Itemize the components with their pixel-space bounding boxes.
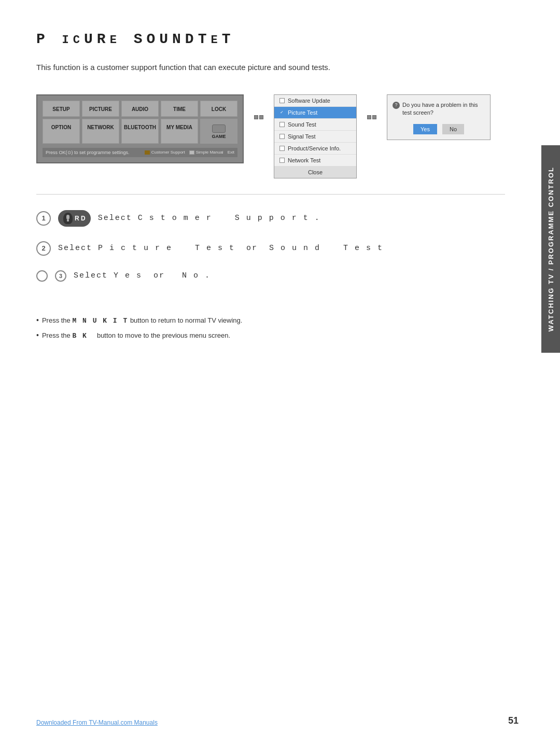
menu-cell-mymedia[interactable]: MY MEDIA [161, 119, 198, 144]
menu-cell-game[interactable]: GAME [200, 119, 237, 144]
menu-grid: SETUP PICTURE AUDIO TIME LOCK OPTION NET… [43, 101, 237, 144]
checkbox-sound-test [279, 122, 285, 127]
description: This function is a customer support func… [36, 62, 505, 74]
page-title: P ICURE SOUNDTET [36, 31, 505, 47]
step-2-number: 2 [36, 241, 51, 256]
menu-cell-option[interactable]: OPTION [43, 119, 80, 144]
checkbox-picture-test [279, 110, 285, 115]
step-2-row: 2 Select P i c t u r e T e s t or S o u … [36, 241, 505, 256]
divider [36, 194, 505, 195]
step-1-row: 1 R D Select C s t o m e r S u p p o r t… [36, 210, 505, 227]
step-3-row: 3 Select Y e s or N o . [36, 270, 505, 282]
dialog-yes-button[interactable]: Yes [413, 124, 437, 134]
steps-section: 1 R D Select C s t o m e r S u p p o r t… [36, 210, 505, 282]
menu-cell-audio[interactable]: AUDIO [121, 101, 159, 117]
side-tab-label: WATCHING TV / PROGRAMME CONTROL [547, 167, 555, 331]
dropdown-picture-test[interactable]: Picture Test [274, 107, 356, 119]
svg-rect-1 [67, 219, 69, 222]
step-3-number-a [36, 270, 48, 282]
dialog-panel: ? Do you have a problem in this test scr… [387, 94, 491, 141]
step-3-text: Select Y e s or N o . [74, 271, 211, 280]
dropdown-signal-test[interactable]: Signal Test [274, 131, 356, 143]
signal-icons-2 [367, 115, 376, 119]
remote-label: R D [75, 215, 86, 222]
note-2: • Press the B K button to move to the pr… [36, 328, 505, 343]
dropdown-panel: Software Update Picture Test Sound Test … [274, 94, 357, 178]
step-1-text: Select C s t o m e r S u p p o r t . [98, 214, 320, 223]
menu-bottom-bar: Press OK(⊙) to set programme settings. C… [43, 148, 237, 157]
footer-link[interactable]: Downloaded From TV-Manual.com Manuals [36, 719, 158, 726]
remote-button-step1: R D [58, 210, 91, 227]
step-3-number-b: 3 [55, 270, 66, 282]
step-2-text: Select P i c t u r e T e s t or S o u n … [58, 244, 383, 253]
tv-illustration: SETUP PICTURE AUDIO TIME LOCK OPTION NET… [36, 94, 505, 178]
checkbox-product-service [279, 146, 285, 151]
main-content: P ICURE SOUNDTET This function is a cust… [0, 0, 541, 374]
menu-cell-bluetooth[interactable]: BLUETOOTH [121, 119, 159, 144]
page-number: 51 [508, 715, 519, 726]
svg-rect-0 [66, 215, 69, 219]
dropdown-network-test[interactable]: Network Test [274, 155, 356, 167]
menu-cell-network[interactable]: NETWORK [82, 119, 119, 144]
signal-icons-1 [254, 115, 263, 119]
dialog-no-button[interactable]: No [442, 124, 464, 134]
question-icon: ? [393, 102, 400, 109]
checkbox-software-update [279, 98, 285, 103]
bottom-notes: • Press the M N U K I T button to return… [36, 313, 505, 343]
side-tab: WATCHING TV / PROGRAMME CONTROL [541, 145, 560, 353]
note-1: • Press the M N U K I T button to return… [36, 313, 505, 328]
menu-cell-time[interactable]: TIME [161, 101, 198, 117]
menu-cell-lock[interactable]: LOCK [200, 101, 237, 117]
checkbox-network-test [279, 158, 285, 163]
remote-icon [63, 213, 73, 224]
dropdown-sound-test[interactable]: Sound Test [274, 119, 356, 131]
dialog-title: ? Do you have a problem in this test scr… [393, 101, 485, 117]
dialog-buttons: Yes No [393, 124, 485, 134]
menu-cell-picture[interactable]: PICTURE [82, 101, 119, 117]
step-1-number: 1 [36, 211, 51, 226]
dropdown-software-update[interactable]: Software Update [274, 95, 356, 107]
dropdown-product-service[interactable]: Product/Service Info. [274, 143, 356, 155]
checkbox-signal-test [279, 134, 285, 139]
menu-panel: SETUP PICTURE AUDIO TIME LOCK OPTION NET… [36, 94, 244, 163]
menu-cell-setup[interactable]: SETUP [43, 101, 80, 117]
dropdown-close[interactable]: Close [274, 167, 356, 178]
